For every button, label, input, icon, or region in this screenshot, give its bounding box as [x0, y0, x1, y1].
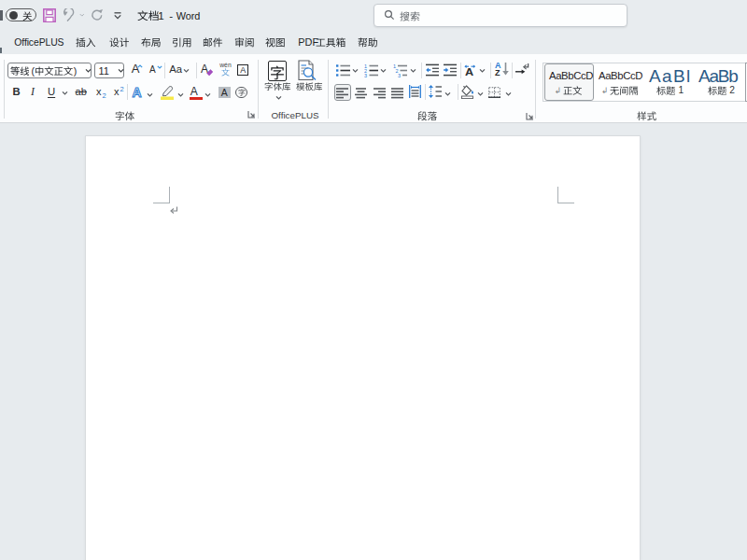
svg-text:A: A — [133, 85, 142, 99]
svg-text:3: 3 — [398, 73, 401, 78]
svg-text:3: 3 — [364, 73, 367, 78]
